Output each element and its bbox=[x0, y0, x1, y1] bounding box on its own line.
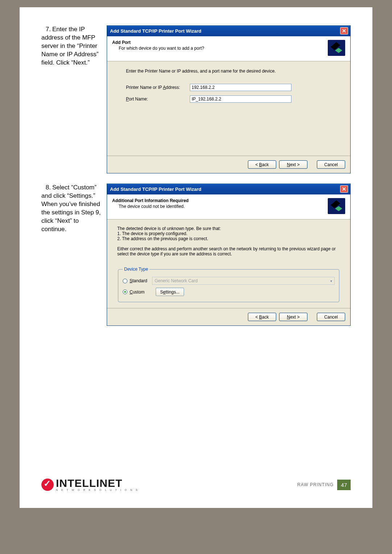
dialog-body: Enter the Printer Name or IP address, an… bbox=[107, 61, 350, 156]
settings-button[interactable]: Settings... bbox=[156, 288, 184, 296]
next-button[interactable]: Next > bbox=[279, 313, 307, 321]
cancel-button[interactable]: Cancel bbox=[317, 313, 345, 321]
radio-standard[interactable] bbox=[123, 279, 127, 283]
instruction-text: Enter the Printer Name or IP address, an… bbox=[126, 69, 337, 74]
brand-name: INTELLINET bbox=[56, 478, 139, 488]
manual-page: 7.Enter the IP address of the MFP server… bbox=[20, 7, 372, 508]
dialog-additional-info: Add Standard TCP/IP Printer Port Wizard … bbox=[107, 184, 351, 326]
dialog-add-port: Add Standard TCP/IP Printer Port Wizard … bbox=[107, 25, 351, 173]
dialog-title: Add Standard TCP/IP Printer Port Wizard bbox=[110, 28, 201, 34]
page-footer: INTELLINET N E T W O R K S O L U T I O N… bbox=[41, 478, 351, 491]
header-subtitle: The device could not be identified. bbox=[112, 204, 325, 209]
section-label: RAW PRINTING bbox=[297, 482, 334, 487]
printer-address-input[interactable] bbox=[190, 84, 291, 91]
page-indicator: RAW PRINTING 47 bbox=[297, 480, 351, 490]
device-type-legend: Device Type bbox=[123, 267, 150, 272]
radio-custom[interactable] bbox=[123, 290, 127, 294]
port-name-input[interactable] bbox=[190, 95, 291, 103]
radio-custom-label: Custom bbox=[130, 290, 152, 295]
radio-standard-label: Standard bbox=[130, 278, 152, 283]
radio-standard-row[interactable]: Standard Generic Network Card ▾ bbox=[123, 277, 335, 285]
correction-text: Either correct the address and perform a… bbox=[117, 246, 340, 257]
titlebar: Add Standard TCP/IP Printer Port Wizard … bbox=[107, 184, 350, 194]
back-button[interactable]: < Back bbox=[248, 313, 276, 321]
dialog-title: Add Standard TCP/IP Printer Port Wizard bbox=[110, 186, 201, 192]
device-type-dropdown: Generic Network Card ▾ bbox=[152, 277, 335, 285]
titlebar: Add Standard TCP/IP Printer Port Wizard … bbox=[107, 26, 350, 36]
chevron-down-icon: ▾ bbox=[330, 279, 332, 283]
page-number: 47 bbox=[337, 480, 351, 490]
close-icon[interactable]: ✕ bbox=[340, 185, 348, 193]
cancel-button[interactable]: Cancel bbox=[317, 160, 345, 169]
header-title: Add Port bbox=[112, 40, 325, 45]
step-8-row: 8.Select “Custom” and click “Settings.” … bbox=[41, 184, 351, 326]
detected-text: The detected device is of unknown type. … bbox=[117, 226, 340, 231]
radio-custom-row[interactable]: Custom Settings... bbox=[123, 288, 335, 296]
device-type-group: Device Type Standard Generic Network Car… bbox=[118, 267, 339, 302]
dialog-header: Additional Port Information Required The… bbox=[107, 194, 350, 219]
header-title: Additional Port Information Required bbox=[112, 198, 325, 203]
dialog-footer: < Back Next > Cancel bbox=[107, 156, 350, 173]
close-icon[interactable]: ✕ bbox=[340, 27, 348, 34]
step-7-text: 7.Enter the IP address of the MFP server… bbox=[41, 25, 107, 173]
brand-tagline: N E T W O R K S O L U T I O N S bbox=[56, 489, 139, 491]
dialog-footer: < Back Next > Cancel bbox=[107, 308, 350, 325]
printer-port-icon bbox=[328, 40, 345, 56]
back-button[interactable]: < Back bbox=[248, 160, 276, 169]
step-8-number: 8. bbox=[41, 184, 51, 192]
step-7-number: 7. bbox=[41, 25, 51, 34]
checkmark-icon bbox=[41, 479, 54, 491]
dialog-body: The detected device is of unknown type. … bbox=[107, 219, 350, 308]
check-item-1: 1. The device is properly configured. bbox=[117, 231, 340, 236]
dialog-header: Add Port For which device do you want to… bbox=[107, 36, 350, 61]
printer-port-icon bbox=[328, 198, 345, 214]
header-subtitle: For which device do you want to add a po… bbox=[112, 46, 325, 51]
step-8-text: 8.Select “Custom” and click “Settings.” … bbox=[41, 184, 107, 326]
brand-logo: INTELLINET N E T W O R K S O L U T I O N… bbox=[41, 478, 139, 491]
step-7-row: 7.Enter the IP address of the MFP server… bbox=[41, 25, 351, 173]
printer-address-label: Printer Name or IP Address: bbox=[126, 85, 190, 90]
check-item-2: 2. The address on the previous page is c… bbox=[117, 236, 340, 241]
port-name-label: Port Name: bbox=[126, 97, 190, 102]
dropdown-value: Generic Network Card bbox=[155, 278, 198, 283]
next-button[interactable]: Next > bbox=[279, 160, 307, 169]
